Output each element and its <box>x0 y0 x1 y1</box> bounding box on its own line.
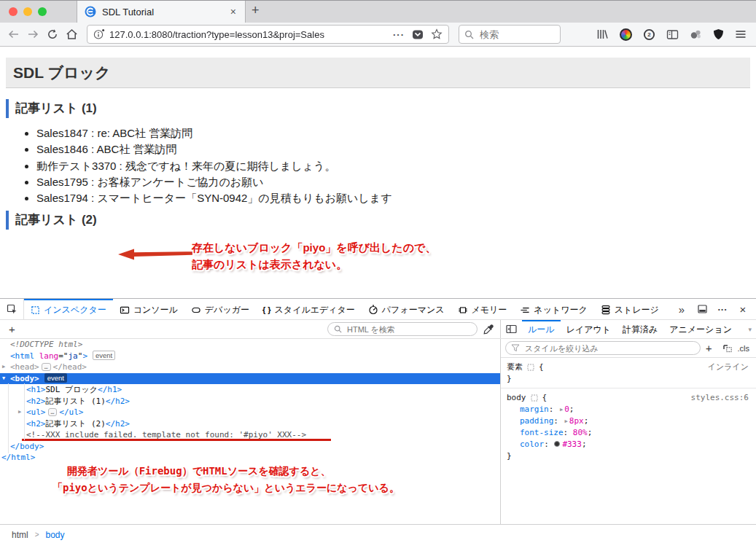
three-pane-toggle-icon[interactable] <box>501 320 522 338</box>
reload-icon[interactable] <box>47 28 58 40</box>
markup-line-h2-1[interactable]: <h2>記事リスト (1)</h2> <box>0 396 500 407</box>
class-panel-button[interactable]: .cls <box>738 344 756 353</box>
property-value[interactable]: #333 <box>562 440 582 449</box>
sidebar-tabs-dropdown-icon[interactable]: ▾ <box>748 326 752 333</box>
markup-token: <body> <box>10 374 39 383</box>
browser-tab[interactable]: SDL Tutorial × <box>77 1 246 23</box>
circled-extension-icon[interactable]: 2 <box>643 28 655 41</box>
site-info-icon[interactable] <box>93 28 105 40</box>
markup-token: </body> <box>10 442 44 451</box>
css-property-padding[interactable]: padding: ▶8px; <box>507 415 752 427</box>
event-badge[interactable]: event <box>44 373 67 383</box>
devtools-tab-パフォーマンス[interactable]: パフォーマンス <box>362 299 451 319</box>
highlight-matches-icon[interactable] <box>530 394 539 402</box>
rule-source-link[interactable]: styles.css:6 <box>691 392 752 404</box>
style-filter-input[interactable] <box>523 343 695 353</box>
home-icon[interactable] <box>66 28 78 40</box>
devtools-tab-コンソール[interactable]: コンソール <box>113 299 184 319</box>
page-actions-icon[interactable]: ··· <box>393 29 405 40</box>
event-badge[interactable]: event <box>93 351 115 360</box>
eyedropper-icon[interactable] <box>483 324 494 335</box>
devtools-close-icon[interactable]: × <box>734 303 752 316</box>
markup-line-ul[interactable]: ▶<ul>…</ul> <box>0 407 500 418</box>
property-value[interactable]: 0 <box>564 405 569 414</box>
markup-line-comment[interactable]: <!--XXX include failed. template not fou… <box>0 429 500 441</box>
property-name[interactable]: font-size <box>520 428 564 437</box>
expand-arrow-icon[interactable]: ▶ <box>2 362 5 373</box>
markup-line-body-close[interactable]: </body> <box>0 441 500 453</box>
breadcrumb: html>body <box>0 524 756 543</box>
collapsed-ellipsis-badge[interactable]: … <box>48 408 58 416</box>
shield-extension-icon[interactable] <box>713 28 724 40</box>
collapse-arrow-icon[interactable]: ▼ <box>2 373 5 385</box>
zoom-window-button[interactable] <box>38 7 47 16</box>
markup-token: > <box>82 351 87 361</box>
new-tab-button[interactable]: + <box>252 3 260 18</box>
markup-line-doctype[interactable]: <!DOCTYPE html> <box>0 339 500 351</box>
element-picker-icon[interactable] <box>0 299 23 319</box>
collapsed-ellipsis-badge[interactable]: … <box>42 363 51 371</box>
colorwheel-extension-icon[interactable] <box>620 28 632 41</box>
highlight-matches-icon[interactable] <box>526 363 535 372</box>
spheres-extension-icon[interactable] <box>690 28 702 40</box>
sidebar-tab-計算済み[interactable]: 計算済み <box>617 320 663 338</box>
color-swatch[interactable] <box>554 441 560 447</box>
url-bar[interactable]: 127.0.0.1:8080/traction?type=lesson13&pr… <box>87 25 449 44</box>
devtools-tab-デバッガー[interactable]: デバッガー <box>184 299 256 319</box>
devtools-tab-メモリー[interactable]: メモリー <box>451 299 514 319</box>
property-value[interactable]: 8px <box>569 416 584 426</box>
sidebar-tab-ルール[interactable]: ルール <box>522 320 561 338</box>
markup-token: <h2> <box>26 396 46 406</box>
property-name[interactable]: color <box>520 440 544 449</box>
html-search-input[interactable] <box>346 324 471 335</box>
more-tabs-icon[interactable]: » <box>673 303 690 316</box>
pseudo-class-panel-icon[interactable] <box>717 343 738 353</box>
tab-close-icon[interactable]: × <box>229 7 238 17</box>
devtools-tab-label: デバッガー <box>205 304 249 316</box>
dock-side-icon[interactable] <box>693 305 711 313</box>
property-expander-icon[interactable]: ▶ <box>560 407 563 413</box>
markup-line-html-open[interactable]: <html lang="ja">event <box>0 351 500 362</box>
close-window-button[interactable] <box>9 7 17 16</box>
library-icon[interactable] <box>596 28 609 40</box>
add-rule-icon[interactable]: + <box>701 343 717 354</box>
expand-arrow-icon[interactable]: ▶ <box>18 407 21 418</box>
sidebar-tab-アニメーション[interactable]: アニメーション <box>663 320 738 338</box>
sidebar-toggle-icon[interactable] <box>666 29 679 40</box>
devtools-tab-スタイルエディター[interactable]: { }スタイルエディター <box>256 299 362 319</box>
minimize-window-button[interactable] <box>23 7 32 16</box>
rule-source-link[interactable]: インライン <box>708 362 752 373</box>
markup-line-html-close[interactable]: </html> <box>0 452 500 464</box>
css-property-color[interactable]: color: #333; <box>507 439 752 450</box>
rule-selector[interactable]: 要素 <box>507 362 523 373</box>
breadcrumb-item-body[interactable]: body <box>46 530 65 540</box>
search-field[interactable] <box>459 25 561 44</box>
pocket-icon[interactable] <box>412 29 424 40</box>
property-name[interactable]: margin <box>520 405 549 414</box>
markup-line-h2-2[interactable]: <h2>記事リスト (2)</h2> <box>0 418 500 430</box>
css-property-margin[interactable]: margin: ▶0; <box>507 404 752 415</box>
forward-icon[interactable] <box>27 29 39 39</box>
markup-line-h1[interactable]: <h1>SDL ブロック</h1> <box>0 384 500 396</box>
rule-selector[interactable]: body <box>507 392 526 404</box>
breadcrumb-item-html[interactable]: html <box>12 530 28 540</box>
sidebar-tab-レイアウト[interactable]: レイアウト <box>561 320 617 338</box>
add-node-icon[interactable]: + <box>9 323 15 335</box>
search-input[interactable] <box>478 28 551 41</box>
devtools-tab-ストレージ[interactable]: ストレージ <box>594 299 666 319</box>
markup-token: SDL ブロック <box>46 385 98 394</box>
markup-line-head[interactable]: ▶<head>…</head> <box>0 362 500 373</box>
property-value[interactable]: 80% <box>573 428 588 437</box>
css-property-font-size[interactable]: font-size: 80%; <box>507 427 752 439</box>
back-icon[interactable] <box>7 29 20 39</box>
devtools-tab-ネットワーク[interactable]: ネットワーク <box>513 299 593 319</box>
devtools-tab-インスペクター[interactable]: インスペクター <box>24 299 113 319</box>
bookmark-star-icon[interactable] <box>431 28 443 40</box>
property-name[interactable]: padding <box>520 416 553 426</box>
html-search-field[interactable] <box>327 322 478 336</box>
devtools-menu-icon[interactable]: ··· <box>714 304 731 315</box>
property-expander-icon[interactable]: ▶ <box>565 418 568 424</box>
menu-hamburger-icon[interactable] <box>735 29 747 39</box>
markup-line-body-open[interactable]: ▼<body>event <box>0 373 500 385</box>
style-filter-field[interactable] <box>505 341 701 355</box>
